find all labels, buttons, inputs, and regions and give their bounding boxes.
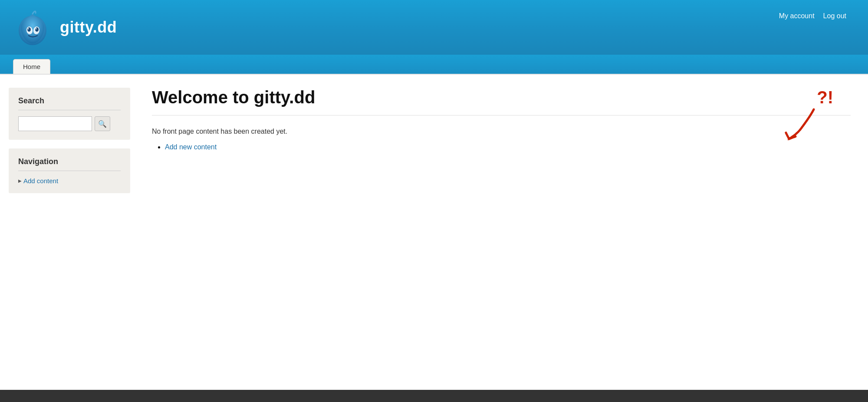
navigation-block-title: Navigation [18, 157, 121, 171]
nav-tab-home[interactable]: Home [13, 59, 50, 74]
sidebar: Search 🔍 Navigation Add content [0, 75, 139, 390]
svg-point-5 [28, 28, 29, 30]
search-row: 🔍 [18, 116, 121, 131]
user-nav: My account Log out [779, 8, 855, 20]
site-title: gitty.dd [60, 18, 117, 36]
search-input[interactable] [18, 116, 92, 131]
add-new-content-link[interactable]: Add new content [165, 143, 217, 151]
search-button[interactable]: 🔍 [95, 116, 110, 131]
content-link-item: Add new content [165, 143, 851, 151]
site-header: gitty.dd My account Log out Home [0, 0, 868, 74]
my-account-link[interactable]: My account [779, 12, 815, 20]
site-footer [0, 390, 868, 402]
content-divider [152, 115, 851, 115]
main-content: Welcome to gitty.dd No front page conten… [139, 75, 868, 390]
navigation-block: Navigation Add content [9, 148, 130, 193]
main-nav: Home [0, 55, 868, 74]
site-logo-area: gitty.dd [13, 8, 117, 47]
no-content-message: No front page content has been created y… [152, 128, 851, 135]
annotation-arrow-icon [781, 105, 825, 144]
drupal-logo-icon [13, 8, 52, 47]
nav-list: Add content [18, 177, 121, 185]
logout-link[interactable]: Log out [823, 12, 846, 20]
content-wrapper: Search 🔍 Navigation Add content Welcome … [0, 74, 868, 390]
search-block: Search 🔍 [9, 88, 130, 140]
svg-point-6 [36, 28, 37, 30]
content-links: Add new content [152, 143, 851, 151]
search-icon: 🔍 [98, 120, 107, 128]
page-heading: Welcome to gitty.dd [152, 88, 851, 107]
nav-list-item: Add content [18, 177, 121, 185]
add-content-link[interactable]: Add content [23, 177, 58, 185]
search-block-title: Search [18, 96, 121, 110]
